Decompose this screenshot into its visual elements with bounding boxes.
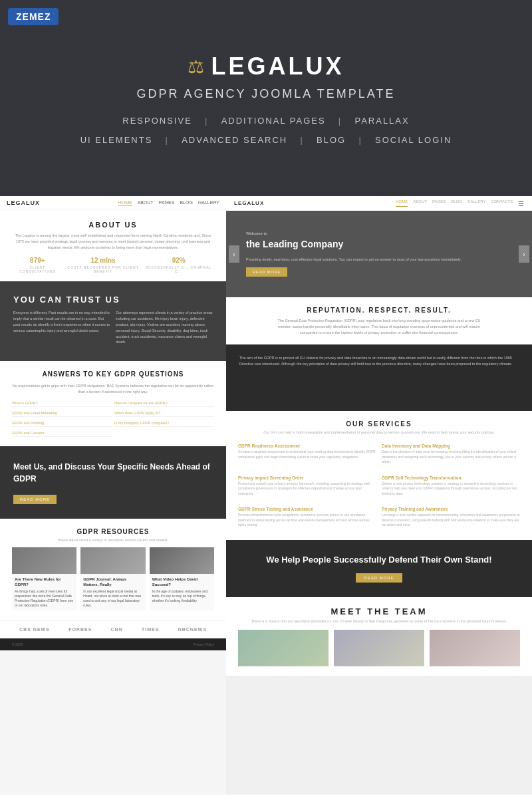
right-nav-links: HOME ABOUT PAGES BLOG GALLERY CONTACTS ☰ (396, 200, 524, 207)
team-card-2 (334, 630, 424, 666)
sep2: | (331, 112, 350, 131)
team-card-img-3 (430, 630, 520, 666)
service-item-4: GDPR Self Technology Transformation Deli… (382, 473, 520, 499)
feature-responsive: RESPONSIVE (122, 112, 192, 131)
resource-img-1 (12, 547, 76, 574)
right-nav-about[interactable]: ABOUT (413, 200, 427, 207)
resource-card-text-2: GDPR Journal: Always Matters, Really In … (80, 574, 145, 610)
left-preview: LEGALUX HOME ABOUT PAGES BLOG GALLERY AB… (0, 196, 226, 795)
gdpr-q-5[interactable]: GDPR and Profiling (12, 420, 112, 427)
hero-title: LEGALUX (211, 53, 344, 80)
preview-area: LEGALUX HOME ABOUT PAGES BLOG GALLERY AB… (0, 196, 532, 795)
right-nav-gallery[interactable]: GALLERY (467, 200, 486, 207)
hero-subtitle: GDPR AGENCY JOOMLA TEMPLATE (136, 87, 395, 101)
hero-logo-row: ⚖ LEGALUX (188, 53, 344, 80)
hero-arrow-right[interactable]: › (519, 245, 529, 263)
right-hero-title: the Leading Company (246, 238, 343, 251)
resource-card-text-1: Are There New Rules for GDPR? As things … (12, 574, 76, 610)
feature-advanced-search: ADVANCED SEARCH (182, 131, 287, 150)
resource-card-2: GDPR Journal: Always Matters, Really In … (80, 547, 145, 610)
trust-text-1: Everyone is different. Past results are … (13, 310, 110, 345)
gdpr-q-6[interactable]: Is my company GDPR compliant? (114, 420, 214, 427)
team-card-3 (430, 630, 520, 666)
resource-img-2 (80, 547, 145, 574)
services-section: OUR SERVICES Our firm can help in both p… (226, 411, 532, 540)
resources-title: GDPR RESOURCES (12, 528, 214, 535)
meet-us-button[interactable]: READ MORE (13, 495, 57, 504)
right-nav-home[interactable]: HOME (396, 200, 408, 207)
left-nav-about[interactable]: ABOUT (138, 200, 154, 205)
footer-left: © 2020 Privacy Policy (0, 638, 226, 650)
service-title-1: GDPR Readiness Assessment (238, 444, 376, 448)
resource-card-body-1: As things had, a set of new rules for pr… (15, 589, 73, 607)
trust-section: YOU CAN TRUST US Everyone is different. … (0, 281, 226, 361)
left-nav-pages[interactable]: PAGES (159, 200, 175, 205)
sep3: | (158, 131, 176, 150)
footer-copyright: © 2020 (12, 642, 23, 646)
meet-team-title: MEET THE TEAM (238, 606, 520, 616)
right-nav-pages[interactable]: PAGES (432, 200, 446, 207)
about-title: ABOUT US (13, 221, 213, 229)
defend-button[interactable]: READ MORE (356, 573, 402, 583)
gdpr-resources-section: GDPR RESOURCES Below we've listed a vari… (0, 519, 226, 620)
service-item-1: GDPR Readiness Assessment Conduct a targ… (238, 441, 376, 467)
right-nav-blog[interactable]: BLOG (451, 200, 462, 207)
meet-team-section: MEET THE TEAM There is a reason that our… (226, 597, 532, 676)
gdpr-q-grid: What is GDPR? How do I prepare for the G… (12, 400, 214, 437)
feature-blog: BLOG (317, 131, 346, 150)
right-hero-button[interactable]: READ MORE (246, 267, 287, 277)
hero-arrow-left[interactable]: ‹ (229, 245, 239, 263)
right-nav: LEGALUX HOME ABOUT PAGES BLOG GALLERY CO… (226, 196, 532, 211)
menu-icon[interactable]: ☰ (518, 200, 524, 207)
gdpr-q-subtitle: No organizations get to grips with their… (12, 383, 214, 394)
gdpr-q-3[interactable]: GDPR and Email Marketing (12, 410, 112, 417)
resource-img-3 (150, 547, 214, 574)
team-card-1 (238, 630, 329, 666)
hero-features-row2: UI ELEMENTS | ADVANCED SEARCH | BLOG | S… (80, 131, 452, 150)
hero-features: RESPONSIVE | ADDITIONAL PAGES | PARALLAX… (80, 112, 452, 150)
gdpr-q-1[interactable]: What is GDPR? (12, 400, 112, 407)
about-stats: 879+ CLIENT CONSULTATIONS 12 mlns COSTS … (13, 257, 213, 273)
right-hero-pretitle: Welcome to (246, 231, 267, 235)
stat-num-3: 92% (144, 257, 213, 264)
gdpr-q-4[interactable]: When does GDPR apply to? (114, 410, 214, 417)
right-hero: ‹ Welcome to the Leading Company Providi… (226, 211, 532, 297)
meet-us-title: Meet Us, and Discuss Your Specific Needs… (13, 461, 213, 485)
service-title-4: GDPR Self Technology Transformation (382, 475, 520, 480)
footer-privacy[interactable]: Privacy Policy (194, 642, 214, 646)
rep-title: REPUTATION. RESPECT. RESULT. (239, 307, 519, 314)
gdpr-q-7[interactable]: GDPR and Consent (12, 430, 112, 437)
right-preview: LEGALUX HOME ABOUT PAGES BLOG GALLERY CO… (226, 196, 532, 795)
service-text-3: Protect and sustain your privacy process… (238, 481, 376, 497)
service-text-6: Leverage a user-centric approach to comm… (382, 513, 520, 528)
stat-num-1: 879+ (13, 257, 62, 264)
left-nav-home[interactable]: HOME (118, 200, 132, 205)
left-nav-blog[interactable]: BLOG (180, 200, 192, 205)
left-nav-logo: LEGALUX (7, 200, 40, 206)
left-nav-gallery[interactable]: GALLERY (198, 200, 219, 205)
resource-card-1: Are There New Rules for GDPR? As things … (12, 547, 76, 610)
service-title-5: GDPR Stress Testing and Assurance (238, 507, 376, 511)
resource-card-title-2: GDPR Journal: Always Matters, Really (83, 577, 142, 588)
trust-text-2: Our attorneys represent clients in a var… (116, 310, 213, 345)
right-nav-contacts[interactable]: CONTACTS (491, 200, 513, 207)
trust-title: YOU CAN TRUST US (13, 295, 213, 305)
sep4: | (293, 131, 311, 150)
resources-grid: Are There New Rules for GDPR? As things … (12, 547, 214, 610)
gdpr-q-2[interactable]: How do I prepare for the GDPR? (114, 400, 214, 407)
press-logos: CBS NEWS Forbes CNN Times NBCNews (0, 620, 226, 638)
feature-parallax: PARALLAX (354, 112, 409, 131)
service-item-3: Privacy Impact Screening Order Protect a… (238, 473, 376, 499)
service-text-5: Provide comprehensive cycle programme as… (238, 513, 376, 528)
stat-consultations: 879+ CLIENT CONSULTATIONS (13, 257, 62, 273)
gdpr-questions-section: ANSWERS TO KEY GDPR QUESTIONS No organiz… (0, 361, 226, 446)
press-nbc: NBCNews (178, 627, 207, 632)
press-cbs: CBS NEWS (19, 627, 50, 632)
stat-label-2: COSTS RECOVERED FOR CLIENT BENEFIT (62, 265, 145, 273)
resources-subtitle: Below we've listed a variety of resource… (12, 538, 214, 542)
zemez-badge: ZEMEZ (8, 8, 59, 25)
stat-label-1: CLIENT CONSULTATIONS (13, 265, 62, 273)
reputation-section: REPUTATION. RESPECT. RESULT. The General… (226, 297, 532, 344)
sep5: | (351, 131, 370, 150)
service-item-5: GDPR Stress Testing and Assurance Provid… (238, 504, 376, 531)
